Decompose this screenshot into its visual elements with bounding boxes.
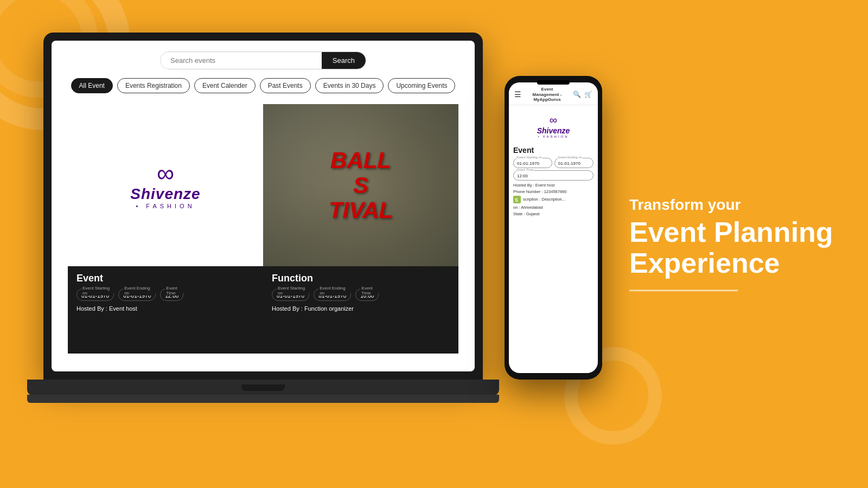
laptop-mockup: Search All Event Events Registration Eve… [27, 33, 499, 423]
shopify-icon: S [513, 196, 521, 203]
cart-icon[interactable]: 🛒 [584, 91, 592, 98]
festival-line-1: BALL [329, 147, 393, 172]
tab-past-events[interactable]: Past Events [260, 78, 311, 93]
search-bar: Search [68, 52, 458, 69]
end-date-field-2: Event Ending on 01-01-1970 [314, 288, 351, 301]
tab-upcoming-events[interactable]: Upcoming Events [388, 78, 455, 93]
card-image-1: ∞ Shivenze • FASHION [68, 104, 263, 266]
hosted-by-2: Hosted By : Function organizer [272, 305, 450, 312]
phone-logo-infinity: ∞ [513, 114, 593, 126]
phone-logo-name: Shivenze [513, 126, 593, 135]
phone-app-title: Event Management - MyAppGurus [533, 87, 562, 102]
tab-events-30-days[interactable]: Events in 30 Days [315, 78, 384, 93]
phone-phone-number: Phone Number : 1234567890 [513, 189, 593, 194]
hamburger-icon[interactable]: ☰ [514, 90, 521, 99]
search-input-wrapper: Search [160, 52, 366, 69]
tab-events-registration[interactable]: Events Registration [117, 78, 190, 93]
phone-location: on : Ahmedabad [513, 205, 593, 210]
phone-start-value: 01-01-1970 [517, 161, 548, 166]
main-headline: Event Planning Experience [629, 217, 835, 279]
end-label-2: Event Ending on [318, 286, 350, 296]
card-title-2: Function [272, 273, 450, 284]
card-fields-1: Event Starting on 01-01-1970 Event Endin… [76, 288, 254, 301]
logo-infinity-icon: ∞ [130, 161, 200, 185]
phone-content: ∞ Shivenze • FASHION Event Event Startin… [509, 105, 598, 373]
divider-line [629, 290, 738, 292]
logo-brand-sub: • FASHION [130, 203, 200, 209]
time-label-1: Event Time [165, 286, 183, 296]
start-label-2: Event Starting on [277, 286, 309, 296]
time-field-2: Event Time 10:00 [355, 288, 379, 301]
phone-end-field: Event Ending on 01-01-1970 [554, 158, 593, 168]
phone-event-title: Event [513, 146, 593, 155]
laptop-body: Search All Event Events Registration Eve… [43, 33, 483, 380]
event-card-1: ∞ Shivenze • FASHION Event Event Startin… [68, 104, 263, 354]
filter-tabs: All Event Events Registration Event Cale… [68, 78, 458, 93]
card-info-2: Function Event Starting on 01-01-1970 Ev… [263, 266, 458, 354]
phone-screen: ☰ Event Management - MyAppGurus 🔍 🛒 ∞ Sh… [509, 82, 598, 373]
phone-notch [537, 80, 570, 85]
search-button[interactable]: Search [322, 52, 366, 69]
festival-line-3: TIVAL [329, 198, 393, 223]
search-input[interactable] [161, 52, 322, 69]
transform-label: Transform your [629, 196, 835, 214]
event-card-2: BALL S TIVAL Function Event Starting on … [263, 104, 458, 354]
phone-start-field: Event Starting on 01-01-1970 [513, 158, 552, 168]
hosted-by-1: Hosted By : Event host [76, 305, 254, 312]
phone-end-value: 01-01-1970 [558, 161, 590, 166]
phone-hosted-by: Hosted By : Event host [513, 183, 593, 188]
time-field-1: Event Time 12:00 [160, 288, 183, 301]
phone-mockup: ☰ Event Management - MyAppGurus 🔍 🛒 ∞ Sh… [505, 76, 602, 380]
events-grid: ∞ Shivenze • FASHION Event Event Startin… [68, 104, 458, 354]
phone-logo-sub: • FASHION [513, 135, 593, 138]
card-info-1: Event Event Starting on 01-01-1970 Event… [68, 266, 263, 354]
start-date-field-2: Event Starting on 01-01-1970 [272, 288, 309, 301]
end-date-field-1: Event Ending on 01-01-1970 [118, 288, 156, 301]
laptop-foot [27, 395, 499, 403]
phone-time-label: Event Time [516, 168, 534, 171]
start-date-field-1: Event Starting on 01-01-1970 [76, 288, 114, 301]
tab-all-event[interactable]: All Event [71, 78, 113, 93]
right-panel: Transform your Event Planning Experience [629, 196, 835, 291]
start-label-1: Event Starting on [81, 286, 113, 296]
phone-time-field: Event Time 12:00 [513, 170, 593, 181]
phone-state: State : Gujarat [513, 211, 593, 216]
logo-brand-name: Shivenze [130, 185, 200, 203]
phone-end-label: Event Ending on [558, 156, 583, 159]
laptop-base [27, 380, 499, 396]
card-image-2: BALL S TIVAL [263, 104, 458, 266]
end-label-1: Event Ending on [123, 286, 155, 296]
screen-content: Search All Event Events Registration Eve… [52, 41, 475, 371]
phone-header: ☰ Event Management - MyAppGurus 🔍 🛒 [509, 82, 598, 105]
card-title-1: Event [76, 273, 254, 284]
phone-logo-area: ∞ Shivenze • FASHION [513, 110, 593, 143]
phone-action-icons: 🔍 🛒 [573, 91, 592, 98]
festival-text: BALL S TIVAL [329, 147, 393, 223]
phone-body: ☰ Event Management - MyAppGurus 🔍 🛒 ∞ Sh… [505, 76, 602, 380]
laptop-screen: Search All Event Events Registration Eve… [52, 41, 475, 371]
phone-start-label: Event Starting on [516, 156, 542, 159]
time-label-2: Event Time [360, 286, 378, 296]
festival-line-2: S [329, 172, 393, 197]
shivenze-logo: ∞ Shivenze • FASHION [130, 161, 200, 209]
search-icon[interactable]: 🔍 [573, 91, 581, 98]
card-fields-2: Event Starting on 01-01-1970 Event Endin… [272, 288, 450, 301]
phone-description: S scription : Description... [513, 196, 593, 203]
tab-event-calender[interactable]: Event Calender [194, 78, 256, 93]
svg-text:S: S [515, 197, 518, 203]
phone-time-value: 12:00 [517, 174, 590, 178]
phone-date-fields: Event Starting on 01-01-1970 Event Endin… [513, 158, 593, 168]
